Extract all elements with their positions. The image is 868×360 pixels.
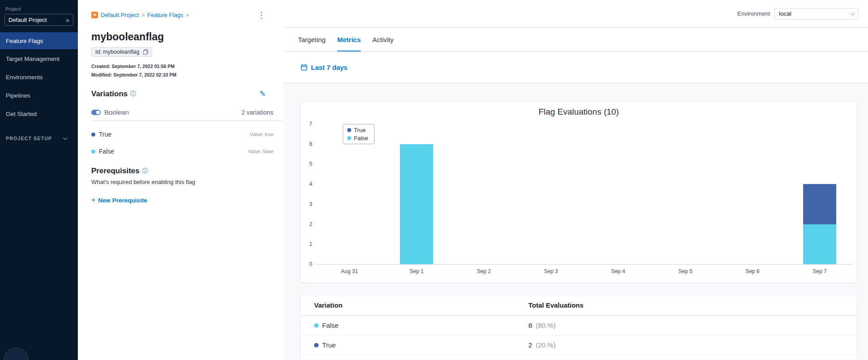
x-axis-label: Sep 5 xyxy=(678,268,692,274)
tabs: Targeting Metrics Activity xyxy=(284,28,868,51)
project-name: Default Project xyxy=(9,17,47,23)
x-axis-label: Sep 1 xyxy=(410,268,424,274)
prerequisites-description: What's required before enabling this fla… xyxy=(91,179,284,185)
table-cell-percentage: (20.%) xyxy=(536,341,556,349)
x-axis-label: Sep 7 xyxy=(813,268,826,274)
sidebar: Project Default Project » Feature Flags … xyxy=(0,0,78,360)
variations-heading: Variations xyxy=(91,90,128,99)
chart-title: Flag Evaluations (10) xyxy=(301,107,857,117)
prerequisites-heading: Prerequisites xyxy=(91,167,140,176)
x-axis-label: Sep 3 xyxy=(544,268,558,274)
collapse-icon: » xyxy=(66,17,69,24)
variation-row-false: False Value: false xyxy=(91,148,284,155)
date-range-selector[interactable]: Last 7 days xyxy=(311,64,348,71)
flag-id-text: Id: mybooleanflag xyxy=(95,49,140,55)
chart-plot: TrueFalse 01234567Aug 31Sep 1Sep 2Sep 3S… xyxy=(316,124,853,265)
flag-evaluations-chart: Flag Evaluations (10) TrueFalse 01234567… xyxy=(301,103,857,283)
divider xyxy=(91,120,282,121)
help-button[interactable] xyxy=(4,347,29,360)
chevron-down-icon xyxy=(851,11,855,15)
metrics-body: Flag Evaluations (10) TrueFalse 01234567… xyxy=(284,83,868,360)
y-axis-tick: 1 xyxy=(301,241,312,247)
variation-row-true: True Value: true xyxy=(91,131,284,138)
modified-timestamp: Modified: September 7, 2022 02:10 PM xyxy=(91,71,284,79)
false-variation-dot xyxy=(314,323,319,328)
y-axis-tick: 7 xyxy=(301,121,312,127)
y-axis-tick: 5 xyxy=(301,161,312,167)
y-axis-tick: 3 xyxy=(301,201,312,207)
x-axis-label: Sep 2 xyxy=(477,268,491,274)
legend-item-false[interactable]: False xyxy=(347,135,368,141)
new-prerequisite-button[interactable]: + New Prerequisite xyxy=(91,196,147,204)
table-cell-percentage: (80.%) xyxy=(536,321,556,329)
breadcrumb-separator: > xyxy=(186,12,189,18)
table-cell-variation: False xyxy=(322,321,339,329)
breadcrumb: ⚑ Default Project > Feature Flags > ⋮ xyxy=(91,11,284,19)
variation-type: Boolean xyxy=(104,108,129,116)
y-axis-tick: 2 xyxy=(301,221,312,227)
kebab-menu-icon[interactable]: ⋮ xyxy=(257,11,266,19)
info-icon[interactable]: ⓘ xyxy=(142,167,148,175)
calendar-icon xyxy=(301,64,307,71)
table-cell-count: 8 xyxy=(528,321,532,329)
environment-header: Environment local xyxy=(284,0,868,28)
variation-name: False xyxy=(99,148,114,155)
info-icon[interactable]: ⓘ xyxy=(130,90,136,98)
plus-icon: + xyxy=(91,196,95,204)
new-prerequisite-label: New Prerequisite xyxy=(98,197,147,204)
sidebar-item-target-management[interactable]: Target Management xyxy=(0,50,78,68)
table-cell-count: 2 xyxy=(528,341,532,349)
environment-label: Environment xyxy=(737,10,770,17)
sidebar-item-pipelines[interactable]: Pipelines xyxy=(0,86,78,105)
tab-targeting[interactable]: Targeting xyxy=(298,28,326,51)
table-cell-variation: True xyxy=(322,341,336,349)
chart-legend: TrueFalse xyxy=(343,124,374,144)
edit-variations-icon[interactable]: ✎ xyxy=(260,89,266,99)
flag-id-chip[interactable]: Id: mybooleanflag xyxy=(91,47,152,57)
table-row: False 8 (80.%) xyxy=(301,316,857,335)
bar-segment-false xyxy=(400,144,433,264)
environment-value: local xyxy=(779,10,791,17)
sidebar-item-feature-flags[interactable]: Feature Flags xyxy=(0,32,78,49)
table-header-total: Total Evaluations xyxy=(528,301,583,309)
y-axis-tick: 6 xyxy=(301,141,312,147)
flag-title: mybooleanflag xyxy=(91,31,284,43)
bar-segment-false xyxy=(803,224,836,264)
chevron-down-icon xyxy=(63,136,68,140)
prerequisites-heading-row: Prerequisites ⓘ xyxy=(91,167,284,176)
legend-item-true[interactable]: True xyxy=(347,127,368,133)
breadcrumb-project-link[interactable]: Default Project xyxy=(101,12,139,18)
flag-detail-panel: ⚑ Default Project > Feature Flags > ⋮ my… xyxy=(78,0,284,360)
main-content: Environment local Targeting Metrics Acti… xyxy=(284,0,868,360)
x-axis-label: Aug 31 xyxy=(341,268,358,274)
date-range-row: Last 7 days xyxy=(284,51,868,83)
sidebar-item-get-started[interactable]: Get Started xyxy=(0,105,78,123)
tab-activity[interactable]: Activity xyxy=(372,28,394,51)
evaluations-table: Variation Total Evaluations False 8 (80.… xyxy=(301,295,857,360)
y-axis-tick: 0 xyxy=(301,261,312,267)
variations-heading-row: Variations ⓘ ✎ xyxy=(91,89,284,99)
feature-flag-module-icon: ⚑ xyxy=(91,12,98,18)
boolean-type-icon xyxy=(91,110,101,115)
flag-meta: Created: September 7, 2022 01:56 PM Modi… xyxy=(91,62,284,79)
created-timestamp: Created: September 7, 2022 01:56 PM xyxy=(91,62,284,71)
sidebar-nav: Feature Flags Target Management Environm… xyxy=(0,32,78,123)
x-axis-label: Sep 4 xyxy=(611,268,625,274)
section-label: PROJECT SETUP xyxy=(6,136,52,141)
legend-dot xyxy=(347,128,351,132)
breadcrumb-separator: > xyxy=(141,12,145,18)
x-axis-label: Sep 6 xyxy=(745,268,759,274)
true-variation-dot xyxy=(314,343,319,347)
sidebar-section-project-setup[interactable]: PROJECT SETUP xyxy=(0,136,78,141)
breadcrumb-feature-flags-link[interactable]: Feature Flags xyxy=(147,12,183,18)
copy-icon[interactable] xyxy=(143,49,148,55)
project-selector[interactable]: Default Project » xyxy=(4,14,73,26)
bar-segment-true xyxy=(803,184,836,224)
environment-select[interactable]: local xyxy=(774,8,859,20)
false-variation-dot xyxy=(91,150,95,154)
table-header-row: Variation Total Evaluations xyxy=(301,295,857,316)
sidebar-item-environments[interactable]: Environments xyxy=(0,68,78,86)
variation-type-row: Boolean 2 variations xyxy=(91,108,284,116)
variation-count: 2 variations xyxy=(241,109,273,116)
tab-metrics[interactable]: Metrics xyxy=(337,28,361,51)
